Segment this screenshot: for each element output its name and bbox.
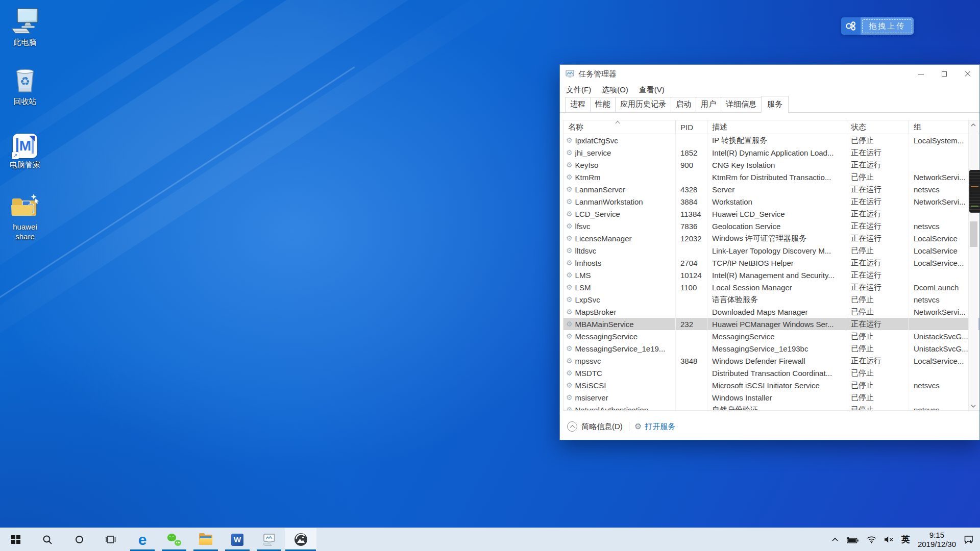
- collapse-details-icon[interactable]: [567, 421, 577, 432]
- desktop-icon-huawei-share[interactable]: huawei share: [3, 191, 47, 241]
- service-row[interactable]: ⚙MSiSCSI Microsoft iSCSI Initiator Servi…: [564, 379, 979, 391]
- service-row[interactable]: ⚙mpssvc 3848 Windows Defender Firewall 正…: [564, 355, 979, 367]
- service-name: LSM: [575, 283, 591, 292]
- taskbar-app-word[interactable]: W: [222, 528, 253, 551]
- hidden-icons-chevron[interactable]: [831, 537, 839, 542]
- service-row[interactable]: ⚙lmhosts 2704 TCP/IP NetBIOS Helper 正在运行…: [564, 257, 979, 269]
- service-status: 正在运行: [846, 195, 909, 208]
- ime-indicator[interactable]: 英: [901, 534, 910, 545]
- wifi-icon[interactable]: [867, 536, 876, 543]
- cortana-button[interactable]: [63, 528, 95, 551]
- brief-info-toggle[interactable]: 简略信息(D): [581, 422, 623, 432]
- scroll-down-arrow[interactable]: [969, 402, 978, 410]
- taskbar-app-task-manager[interactable]: [253, 528, 285, 551]
- action-center-icon[interactable]: [964, 535, 974, 544]
- service-row[interactable]: ⚙msiserver Windows Installer 已停止: [564, 391, 979, 404]
- tab-performance[interactable]: 性能: [590, 97, 616, 112]
- service-status: 已停止: [846, 293, 909, 306]
- service-description: KtmRm for Distributed Transactio...: [707, 171, 846, 183]
- desktop-icon-this-pc[interactable]: 此电脑: [3, 6, 47, 47]
- service-row[interactable]: ⚙jhi_service 1852 Intel(R) Dynamic Appli…: [564, 146, 979, 159]
- column-header-description[interactable]: 描述: [707, 120, 846, 134]
- service-group: netsvcs: [909, 183, 969, 195]
- service-gear-icon: ⚙: [566, 247, 573, 254]
- drag-upload-widget[interactable]: 拖拽上传: [841, 17, 914, 35]
- service-group: netsvcs: [909, 404, 969, 411]
- desktop-icon-recycle-bin[interactable]: ♻ 回收站: [3, 65, 47, 106]
- service-row[interactable]: ⚙LxpSvc 语言体验服务 已停止 netsvcs: [564, 293, 979, 306]
- service-row[interactable]: ⚙MessagingService_1e19... MessagingServi…: [564, 342, 979, 355]
- scroll-up-arrow[interactable]: [969, 120, 978, 129]
- service-row[interactable]: ⚙LMS 10124 Intel(R) Management and Secur…: [564, 269, 979, 281]
- service-row[interactable]: ⚙LCD_Service 11384 Huawei LCD_Service 正在…: [564, 208, 979, 220]
- service-row[interactable]: ⚙LanmanWorkstation 3884 Workstation 正在运行…: [564, 195, 979, 208]
- tab-app-history[interactable]: 应用历史记录: [615, 97, 671, 112]
- service-pid: [676, 342, 707, 355]
- service-row[interactable]: ⚙IpxlatCfgSvc IP 转换配置服务 已停止 LocalSystem.…: [564, 134, 979, 146]
- service-group: UnistackSvcG...: [909, 342, 969, 355]
- service-group: DcomLaunch: [909, 281, 969, 293]
- service-name: lfsvc: [575, 222, 591, 231]
- menu-file[interactable]: 文件(F): [566, 85, 591, 95]
- service-row[interactable]: ⚙lfsvc 7836 Geolocation Service 正在运行 net…: [564, 220, 979, 232]
- vertical-scrollbar[interactable]: [968, 120, 978, 410]
- volume-muted-icon[interactable]: [884, 536, 894, 543]
- service-name: MSiSCSI: [575, 381, 606, 390]
- maximize-button[interactable]: [933, 65, 956, 83]
- wallpaper-beam: [0, 0, 548, 327]
- service-row[interactable]: ⚙LicenseManager 12032 Windows 许可证管理器服务 正…: [564, 232, 979, 244]
- tab-processes[interactable]: 进程: [565, 97, 591, 112]
- service-description: Microsoft iSCSI Initiator Service: [707, 379, 846, 391]
- service-row[interactable]: ⚙LanmanServer 4328 Server 正在运行 netsvcs: [564, 183, 979, 195]
- service-group: LocalService: [909, 244, 969, 257]
- tab-startup[interactable]: 启动: [671, 97, 696, 112]
- desktop-icon-label: 此电脑: [3, 37, 47, 47]
- taskbar-app-wechat[interactable]: [158, 528, 190, 551]
- menu-options[interactable]: 选项(O): [602, 85, 628, 95]
- service-description: Workstation: [707, 195, 846, 208]
- service-group: [909, 269, 969, 281]
- window-title: 任务管理器: [578, 69, 617, 79]
- tab-details[interactable]: 详细信息: [721, 97, 762, 112]
- service-row[interactable]: ⚙MapsBroker Downloaded Maps Manager 已停止 …: [564, 306, 979, 318]
- service-row[interactable]: ⚙NaturalAuthentication 自然身份验证 已停止 netsvc…: [564, 404, 979, 411]
- column-header-status[interactable]: 状态: [846, 120, 909, 134]
- start-button[interactable]: [0, 528, 32, 551]
- close-button[interactable]: [956, 65, 979, 83]
- service-pid: 7836: [676, 220, 707, 232]
- search-button[interactable]: [32, 528, 63, 551]
- service-row[interactable]: ⚙MBAMainService 232 Huawei PCManager Win…: [564, 318, 979, 330]
- service-row[interactable]: ⚙lltdsvc Link-Layer Topology Discovery M…: [564, 244, 979, 257]
- taskbar-app-edge[interactable]: e: [127, 528, 158, 551]
- drag-upload-button[interactable]: 拖拽上传: [861, 17, 914, 35]
- service-pid: 10124: [676, 269, 707, 281]
- menu-view[interactable]: 查看(V): [639, 85, 665, 95]
- task-manager-app-icon: [566, 70, 574, 78]
- open-services-link[interactable]: ⚙ 打开服务: [634, 422, 675, 432]
- column-header-pid[interactable]: PID: [676, 120, 707, 134]
- tab-users[interactable]: 用户: [696, 97, 721, 112]
- taskbar-app-file-explorer[interactable]: [190, 528, 222, 551]
- service-description: 自然身份验证: [707, 404, 846, 411]
- service-row[interactable]: ⚙KtmRm KtmRm for Distributed Transactio.…: [564, 171, 979, 183]
- title-bar[interactable]: 任务管理器: [560, 65, 979, 83]
- service-row[interactable]: ⚙MSDTC Distributed Transaction Coordinat…: [564, 367, 979, 379]
- taskbar-clock[interactable]: 9:15 2019/12/30: [918, 531, 956, 548]
- service-row[interactable]: ⚙KeyIso 900 CNG Key Isolation 正在运行: [564, 159, 979, 171]
- service-row[interactable]: ⚙LSM 1100 Local Session Manager 正在运行 Dco…: [564, 281, 979, 293]
- tab-services[interactable]: 服务: [761, 96, 789, 113]
- service-status: 正在运行: [846, 220, 909, 232]
- service-name: MBAMainService: [575, 320, 634, 329]
- taskbar-app-gallery[interactable]: [285, 528, 316, 551]
- edge-icon: e: [138, 532, 147, 547]
- column-header-group[interactable]: 组: [909, 120, 969, 134]
- minimize-button[interactable]: [909, 65, 933, 83]
- service-description: 语言体验服务: [707, 293, 846, 306]
- service-pid: [676, 244, 707, 257]
- service-gear-icon: ⚙: [566, 320, 573, 328]
- scrollbar-thumb[interactable]: [970, 221, 977, 247]
- desktop-icon-pc-manager[interactable]: M ↗ 电脑管家: [3, 129, 47, 169]
- task-view-button[interactable]: [95, 528, 127, 551]
- service-row[interactable]: ⚙MessagingService MessagingService 已停止 U…: [564, 330, 979, 342]
- battery-icon[interactable]: [846, 536, 859, 543]
